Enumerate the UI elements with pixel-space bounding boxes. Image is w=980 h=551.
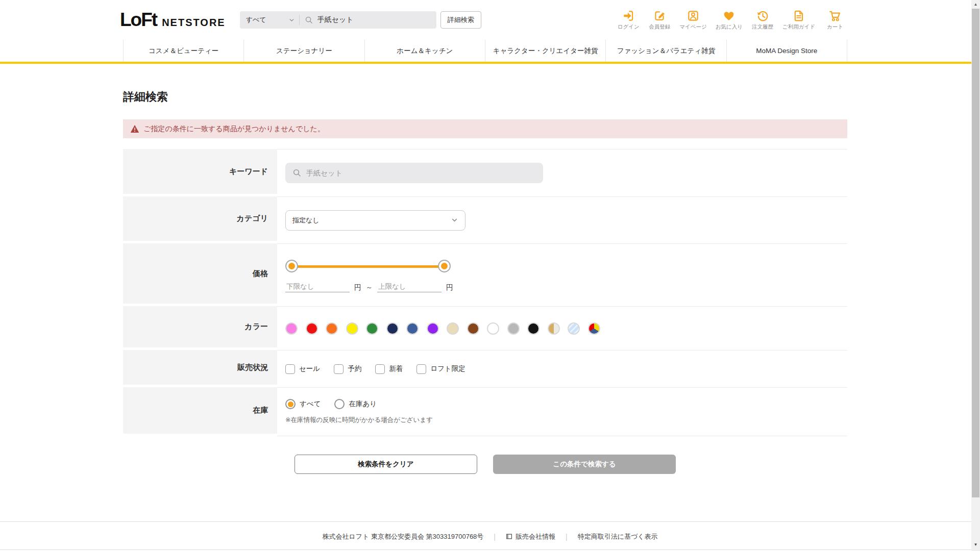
keyword-input[interactable] (306, 169, 543, 177)
header-search-input[interactable] (317, 16, 420, 24)
status-option-1[interactable]: 予約 (334, 364, 361, 374)
nav-item-label: MoMA Design Store (756, 47, 817, 55)
chevron-down-icon (288, 17, 295, 23)
quick-links: ログイン会員登録マイページお気に入り注文履歴ご利用ガイドカート (617, 9, 846, 31)
quicklink-label: 会員登録 (649, 23, 670, 31)
company-icon (506, 533, 512, 540)
nav-item-5[interactable]: MoMA Design Store (726, 40, 847, 62)
color-swatch-beige[interactable] (447, 322, 459, 335)
footer-link-0[interactable]: 販売会社情報 (506, 532, 555, 541)
nav-item-1[interactable]: ステーショナリー (243, 40, 364, 62)
search-with-conditions-button[interactable]: この条件で検索する (493, 455, 676, 474)
checkbox-label: ロフト限定 (430, 364, 465, 373)
color-swatch-green[interactable] (366, 322, 378, 335)
category-row: カテゴリ 指定なし (123, 196, 847, 243)
keyword-row: キーワード (123, 149, 847, 196)
slider-handle-max[interactable] (438, 260, 451, 272)
stock-option-0[interactable]: すべて (285, 399, 321, 409)
advanced-search-button[interactable]: 詳細検索 (440, 11, 481, 29)
nav-item-label: コスメ＆ビューティー (149, 46, 218, 56)
stock-note: ※在庫情報の反映に時間がかかる場合がございます (285, 416, 847, 424)
status-row: 販売状況 セール予約新着ロフト限定 (123, 350, 847, 387)
price-unit: 円 (446, 283, 453, 292)
scrollbar-up-arrow[interactable]: ▲ (971, 0, 980, 9)
error-message-bar: ご指定の条件に一致する商品が見つかりませんでした。 (123, 119, 847, 138)
color-swatch-purple[interactable] (427, 322, 439, 335)
quicklink-mypage[interactable]: マイページ (679, 9, 706, 31)
stock-option-1[interactable]: 在庫あり (334, 399, 377, 409)
color-swatch-brown[interactable] (467, 322, 479, 335)
search-category-dropdown[interactable]: すべて (240, 15, 299, 24)
cart-icon (828, 9, 842, 22)
color-swatch-blue[interactable] (406, 322, 419, 335)
slider-handle-min[interactable] (285, 260, 298, 272)
price-separator: ～ (366, 283, 373, 292)
nav-item-4[interactable]: ファッション＆バラエティ雑貨 (605, 40, 726, 62)
radio-selected[interactable] (285, 399, 296, 409)
color-swatch-black[interactable] (527, 322, 540, 335)
scrollbar-down-arrow[interactable]: ▼ (971, 540, 980, 549)
checkbox-unchecked[interactable] (334, 364, 344, 374)
status-option-3[interactable]: ロフト限定 (416, 364, 465, 374)
nav-item-label: ホーム＆キッチン (397, 46, 453, 56)
scrollbar-thumb[interactable] (972, 9, 979, 497)
checkbox-label: セール (299, 364, 320, 373)
color-swatches (285, 322, 847, 335)
quicklink-login[interactable]: ログイン (617, 9, 640, 31)
quicklink-cart[interactable]: カート (824, 9, 846, 31)
warning-icon (130, 124, 139, 133)
checkbox-unchecked[interactable] (285, 364, 295, 374)
nav-item-3[interactable]: キャラクター・クリエイター雑貨 (485, 40, 605, 62)
heart-icon (722, 9, 736, 22)
status-option-0[interactable]: セール (285, 364, 320, 374)
status-option-2[interactable]: 新着 (375, 364, 403, 374)
header-search-bar: すべて (240, 11, 436, 29)
price-max-input[interactable] (377, 281, 442, 292)
color-swatch-yellow[interactable] (346, 322, 358, 335)
clear-conditions-button[interactable]: 検索条件をクリア (295, 455, 477, 474)
status-label: 販売状況 (123, 350, 277, 387)
quicklink-label: ログイン (618, 23, 640, 31)
nav-item-2[interactable]: ホーム＆キッチン (364, 40, 485, 62)
footer: 株式会社ロフト 東京都公安委員会 第303319700768号 |販売会社情報|… (0, 521, 980, 551)
footer-separator: | (566, 533, 568, 541)
radio-unselected[interactable] (334, 399, 345, 409)
color-swatch-navy[interactable] (386, 322, 399, 335)
checkbox-unchecked[interactable] (416, 364, 426, 374)
quicklink-guide[interactable]: ご利用ガイド (782, 9, 815, 31)
nav-item-label: ステーショナリー (276, 46, 332, 56)
color-swatch-gold-silver[interactable] (548, 322, 560, 335)
color-swatch-orange[interactable] (326, 322, 338, 335)
footer-bottom-rule (0, 549, 971, 550)
quicklink-heart[interactable]: お気に入り (716, 9, 743, 31)
checkbox-unchecked[interactable] (375, 364, 385, 374)
footer-link-1[interactable]: 特定商取引法に基づく表示 (578, 532, 658, 541)
order-history-icon (756, 9, 769, 22)
category-selected-value: 指定なし (292, 216, 320, 225)
register-icon (653, 9, 666, 22)
quicklink-label: お気に入り (716, 23, 743, 31)
footer-link-label: 特定商取引法に基づく表示 (578, 532, 658, 541)
color-swatch-white[interactable] (487, 322, 499, 335)
vertical-scrollbar[interactable]: ▲ ▼ (971, 0, 980, 551)
logo-mark: LoFt (120, 9, 157, 31)
price-min-input[interactable] (285, 281, 350, 292)
checkbox-label: 新着 (389, 364, 403, 373)
category-select[interactable]: 指定なし (285, 210, 465, 231)
quicklink-register[interactable]: 会員登録 (648, 9, 671, 31)
color-swatch-red[interactable] (306, 322, 318, 335)
nav-item-0[interactable]: コスメ＆ビューティー (123, 40, 243, 62)
nav-item-label: ファッション＆バラエティ雑貨 (617, 46, 715, 56)
quicklink-label: マイページ (679, 23, 706, 31)
color-swatch-multicolor[interactable] (588, 322, 600, 335)
loft-logo[interactable]: LoFt NETSTORE (120, 9, 226, 31)
price-range-slider (291, 260, 445, 273)
radio-label: 在庫あり (349, 399, 377, 409)
color-swatch-pink[interactable] (285, 322, 298, 335)
advanced-search-form: キーワード カテゴリ 指定なし 価格 (123, 149, 847, 436)
radio-label: すべて (300, 399, 321, 409)
color-swatch-gray[interactable] (507, 322, 520, 335)
quicklink-order-history[interactable]: 注文履歴 (751, 9, 774, 31)
color-swatch-clear[interactable] (568, 322, 580, 335)
checkbox-label: 予約 (348, 364, 361, 373)
